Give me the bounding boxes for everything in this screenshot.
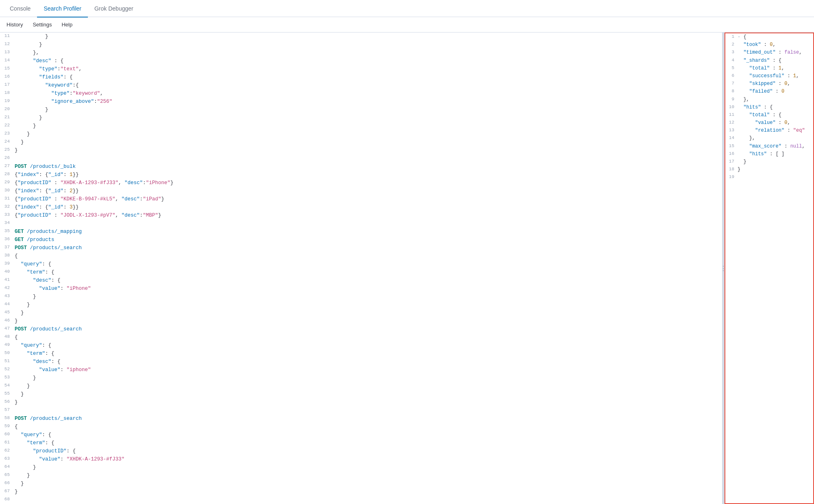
line-content: "value": "XHDK-A-1293-#fJ33" (13, 455, 722, 463)
line-number: 39 (0, 260, 13, 267)
editor-line: 37POST /products/_search (0, 244, 722, 252)
editor-line: 36GET /products (0, 236, 722, 244)
output-line: 10 "hits" : { (725, 104, 813, 111)
output-line-number: 9 (725, 96, 737, 103)
line-content: {"index": {"_id": 1}} (13, 171, 722, 179)
output-line-number: 15 (725, 143, 737, 150)
line-number: 16 (0, 73, 13, 80)
line-content: } (13, 480, 722, 488)
output-line-number: 12 (725, 119, 737, 126)
editor-line: 44 } (0, 301, 722, 309)
output-line: 7 "skipped" : 0, (725, 80, 813, 88)
editor-line: 25} (0, 146, 722, 154)
settings-button[interactable]: Settings (31, 21, 53, 28)
tab-search-profiler[interactable]: Search Profiler (37, 0, 88, 17)
editor-line: 51 "desc": { (0, 358, 722, 366)
output-line-content: "failed" : 0 (737, 88, 813, 96)
line-number: 43 (0, 293, 13, 300)
line-number: 23 (0, 130, 13, 137)
editor-line: 50 "term": { (0, 350, 722, 358)
editor-line: 11 } (0, 33, 722, 41)
output-line-content: } (737, 158, 813, 166)
line-number: 65 (0, 471, 13, 479)
output-line-content: "max_score" : null, (737, 143, 813, 150)
output-line: 11 "total" : { (725, 111, 813, 119)
line-content: } (13, 122, 722, 130)
line-content: "desc" : { (13, 57, 722, 65)
line-content: "term": { (13, 350, 722, 358)
output-line-content: }, (737, 135, 813, 142)
editor-line: 47POST /products/_search (0, 325, 722, 333)
line-content: POST /products/_bulk (13, 163, 722, 171)
line-number: 53 (0, 374, 13, 381)
line-content: } (13, 374, 722, 382)
output-line-content: "successful" : 1, (737, 72, 813, 80)
line-content: "query": { (13, 341, 722, 350)
editor-line: 16 "fields": { (0, 73, 722, 81)
line-number: 66 (0, 480, 13, 487)
line-number: 37 (0, 244, 13, 251)
toolbar: History Settings Help (0, 17, 814, 33)
tab-grok-debugger[interactable]: Grok Debugger (88, 0, 140, 17)
output-line: 9 }, (725, 96, 813, 104)
line-content: } (13, 130, 722, 138)
line-number: 55 (0, 390, 13, 398)
editor-line: 59{ (0, 423, 722, 431)
editor-line: 29{"productID" : "XHDK-A-1293-#fJ33", "d… (0, 179, 722, 187)
editor-line: 15 "type":"text", (0, 65, 722, 73)
line-number: 56 (0, 398, 13, 406)
line-number: 40 (0, 268, 13, 276)
output-line-content: "value" : 0, (737, 119, 813, 127)
line-number: 44 (0, 301, 13, 308)
line-content: { (13, 333, 722, 341)
tab-console[interactable]: Console (3, 0, 37, 17)
output-line-content: }, (737, 96, 813, 104)
output-line-content: } (737, 166, 813, 174)
line-number: 62 (0, 447, 13, 454)
output-line-number: 13 (725, 127, 737, 134)
line-number: 34 (0, 219, 13, 227)
output-line: 16 "hits" : [ ] (725, 150, 813, 158)
line-content: "term": { (13, 439, 722, 447)
line-number: 41 (0, 276, 13, 284)
output-line-number: 17 (725, 158, 737, 165)
editor-line: 19 "ignore_above":"256" (0, 98, 722, 106)
history-button[interactable]: History (5, 21, 24, 28)
editor-line: 31{"productID" : "KDKE-B-9947-#kL5", "de… (0, 195, 722, 203)
line-number: 57 (0, 406, 13, 414)
editor-line: 57 (0, 406, 722, 415)
line-content: } (13, 114, 722, 122)
line-content: "fields": { (13, 73, 722, 81)
help-button[interactable]: Help (60, 21, 74, 28)
line-content: GET /products (13, 236, 722, 244)
output-line: 6 "successful" : 1, (725, 72, 813, 80)
line-number: 24 (0, 138, 13, 146)
line-number: 19 (0, 98, 13, 105)
line-content: {"productID" : "JODL-X-1293-#pV7", "desc… (13, 211, 722, 219)
output-line: 3 "timed_out" : false, (725, 49, 813, 56)
line-number: 14 (0, 57, 13, 64)
line-content: } (13, 471, 722, 480)
line-content: } (13, 33, 722, 41)
editor-line: 17 "keyword":{ (0, 81, 722, 89)
line-content: "value": "iPhone" (13, 285, 722, 293)
line-number: 30 (0, 187, 13, 194)
line-content: { (13, 423, 722, 431)
line-number: 17 (0, 81, 13, 89)
line-content: } (13, 398, 722, 406)
output-line-number: 7 (725, 80, 737, 87)
line-number: 31 (0, 195, 13, 202)
line-number: 35 (0, 228, 13, 235)
line-number: 54 (0, 382, 13, 389)
editor-line: 56} (0, 398, 722, 406)
line-number: 32 (0, 203, 13, 211)
output-line-number: 5 (725, 65, 737, 72)
line-number: 11 (0, 33, 13, 40)
output-line-number: 2 (725, 41, 737, 48)
line-number: 49 (0, 341, 13, 349)
output-line-content: "timed_out" : false, (737, 49, 813, 56)
editor-line: 63 "value": "XHDK-A-1293-#fJ33" (0, 455, 722, 463)
editor-panel[interactable]: 11 }12 }13 },14 "desc" : {15 "type":"tex… (0, 33, 722, 504)
output-panel: 1- {2 "took" : 0,3 "timed_out" : false,4… (725, 33, 814, 504)
editor-line: 55 } (0, 390, 722, 398)
